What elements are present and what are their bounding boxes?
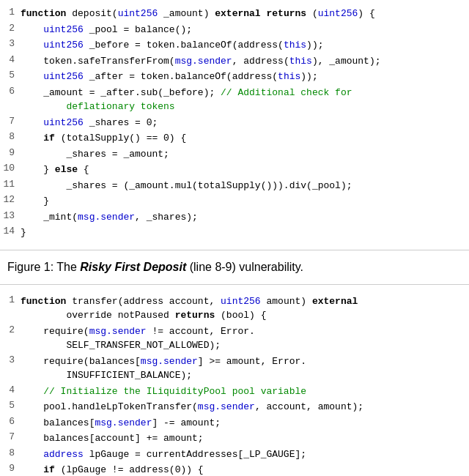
line-number: 12 bbox=[0, 194, 21, 205]
line-code: function transfer(address account, uint2… bbox=[21, 294, 469, 323]
line-number: 2 bbox=[0, 23, 21, 34]
line-number: 1 bbox=[0, 7, 21, 18]
line-number: 11 bbox=[0, 179, 21, 190]
line-code: token.safeTransferFrom(msg.sender, addre… bbox=[21, 54, 469, 69]
line-number: 5 bbox=[0, 400, 21, 411]
code-line: 3 require(balances[msg.sender] >= amount… bbox=[0, 354, 469, 384]
code-line: 5 pool.handleLpTokenTransfer(msg.sender,… bbox=[0, 399, 469, 415]
figure-prefix: Figure 1: The bbox=[7, 261, 80, 273]
code-line: 14} bbox=[0, 225, 469, 241]
line-number: 9 bbox=[0, 463, 21, 474]
line-number: 1 bbox=[0, 294, 21, 305]
line-number: 8 bbox=[0, 131, 21, 142]
code-line: 13 _mint(msg.sender, _shares); bbox=[0, 209, 469, 226]
line-code: balances[msg.sender] -= amount; bbox=[21, 416, 469, 431]
line-number: 2 bbox=[0, 324, 21, 335]
line-number: 4 bbox=[0, 384, 21, 395]
code-line: 5 uint256 _after = token.balanceOf(addre… bbox=[0, 69, 469, 85]
code-block-2: 1function transfer(address account, uint… bbox=[0, 288, 469, 477]
line-code: address lpGauge = currentAddresses[_LP_G… bbox=[21, 447, 469, 462]
code-line: 9 _shares = _amount; bbox=[0, 146, 469, 163]
line-number: 7 bbox=[0, 431, 21, 442]
code-block-1: 1function deposit(uint256 _amount) exter… bbox=[0, 0, 469, 247]
line-code: if (totalSupply() == 0) { bbox=[21, 131, 469, 146]
code-line: 4 token.safeTransferFrom(msg.sender, add… bbox=[0, 53, 469, 70]
line-number: 6 bbox=[0, 86, 21, 97]
line-code: require(balances[msg.sender] >= amount, … bbox=[21, 354, 469, 383]
line-code: } else { bbox=[21, 163, 469, 177]
line-number: 13 bbox=[0, 210, 21, 221]
line-code: } bbox=[21, 194, 469, 209]
code-line: 11 _shares = (_amount.mul(totalSupply())… bbox=[0, 178, 469, 194]
line-number: 3 bbox=[0, 38, 21, 49]
line-number: 10 bbox=[0, 163, 21, 174]
code-line: 2 uint256 _pool = balance(); bbox=[0, 22, 469, 38]
code-line: 7 balances[account] += amount; bbox=[0, 431, 469, 447]
code-line: 8 if (totalSupply() == 0) { bbox=[0, 130, 469, 146]
code-line: 4 // Initialize the ILiquidityPool pool … bbox=[0, 384, 469, 400]
line-code: uint256 _before = token.balanceOf(addres… bbox=[21, 38, 469, 53]
code-line: 6 balances[msg.sender] -= amount; bbox=[0, 415, 469, 431]
figure-italic-bold: Risky First Deposit bbox=[80, 261, 186, 273]
line-code: uint256 _pool = balance(); bbox=[21, 23, 469, 37]
code-line: 8 address lpGauge = currentAddresses[_LP… bbox=[0, 447, 469, 463]
line-code: if (lpGauge != address(0)) { bbox=[21, 463, 469, 476]
line-number: 7 bbox=[0, 116, 21, 127]
line-number: 8 bbox=[0, 447, 21, 458]
figure-caption: Figure 1: The Risky First Deposit (line … bbox=[0, 250, 469, 285]
figure-suffix: (line 8-9) vulnerability. bbox=[186, 261, 303, 273]
line-code: require(msg.sender != account, Error. SE… bbox=[21, 324, 469, 353]
line-number: 6 bbox=[0, 416, 21, 427]
line-code: _mint(msg.sender, _shares); bbox=[21, 210, 469, 225]
code-line: 1function deposit(uint256 _amount) exter… bbox=[0, 6, 469, 22]
line-number: 4 bbox=[0, 54, 21, 65]
line-code: balances[account] += amount; bbox=[21, 431, 469, 446]
code-line: 3 uint256 _before = token.balanceOf(addr… bbox=[0, 37, 469, 53]
code-line: 10 } else { bbox=[0, 162, 469, 178]
line-code: _shares = _amount; bbox=[21, 147, 469, 162]
code-line: 9 if (lpGauge != address(0)) { bbox=[0, 462, 469, 476]
line-code: function deposit(uint256 _amount) extern… bbox=[21, 7, 469, 21]
code-line: 6 _amount = _after.sub(_before); // Addi… bbox=[0, 85, 469, 115]
line-code: _amount = _after.sub(_before); // Additi… bbox=[21, 86, 469, 114]
code-line: 2 require(msg.sender != account, Error. … bbox=[0, 324, 469, 354]
line-code: } bbox=[21, 226, 469, 240]
line-number: 14 bbox=[0, 226, 21, 237]
code-line: 1function transfer(address account, uint… bbox=[0, 294, 469, 324]
line-number: 3 bbox=[0, 354, 21, 365]
line-number: 5 bbox=[0, 70, 21, 81]
line-code: _shares = (_amount.mul(totalSupply())).d… bbox=[21, 179, 469, 193]
code-line: 12 } bbox=[0, 193, 469, 209]
line-number: 9 bbox=[0, 147, 21, 158]
line-code: uint256 _after = token.balanceOf(address… bbox=[21, 70, 469, 84]
line-code: uint256 _shares = 0; bbox=[21, 116, 469, 130]
code-line: 7 uint256 _shares = 0; bbox=[0, 115, 469, 131]
line-code: pool.handleLpTokenTransfer(msg.sender, a… bbox=[21, 400, 469, 414]
line-code: // Initialize the ILiquidityPool pool va… bbox=[21, 384, 469, 399]
